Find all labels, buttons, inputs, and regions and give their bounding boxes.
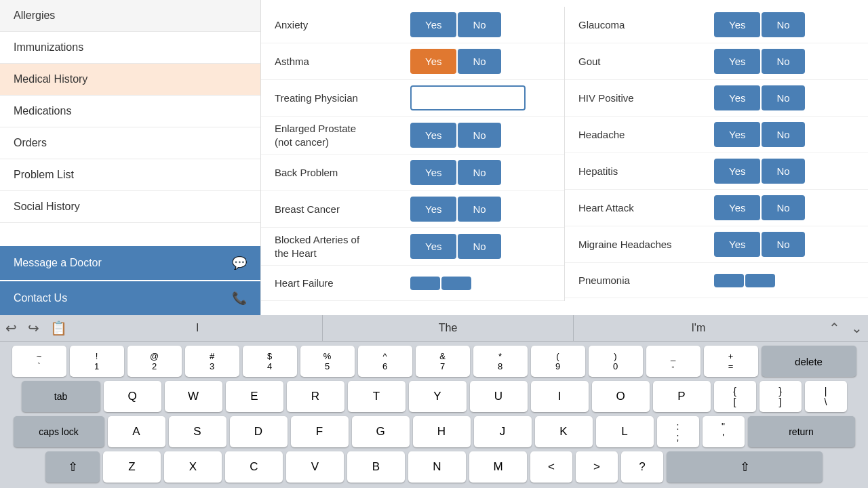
sidebar-item-social-history[interactable]: Social History <box>0 191 260 223</box>
blocked-arteries-no-button[interactable]: No <box>458 234 500 259</box>
message-doctor-button[interactable]: Message a Doctor 💬 <box>0 246 260 280</box>
key-c[interactable]: C <box>225 451 283 483</box>
headache-yes-button[interactable]: Yes <box>714 122 760 147</box>
key-question[interactable]: ? <box>621 451 663 483</box>
anxiety-yes-button[interactable]: Yes <box>410 12 456 37</box>
key-2[interactable]: @2 <box>127 346 182 377</box>
key-y[interactable]: Y <box>409 381 467 412</box>
hepatitis-yes-button[interactable]: Yes <box>714 159 760 184</box>
predictive-word-im[interactable]: I'm <box>574 315 823 341</box>
key-m[interactable]: M <box>469 451 527 483</box>
delete-key[interactable]: delete <box>762 346 856 377</box>
keyboard-up-button[interactable]: ⌃ <box>823 319 846 338</box>
key-quote[interactable]: "' <box>703 416 745 447</box>
enlarged-prostate-no-button[interactable]: No <box>458 123 500 148</box>
treating-physician-input[interactable] <box>410 85 526 110</box>
caps-lock-key[interactable]: caps lock <box>14 416 104 447</box>
back-problem-no-button[interactable]: No <box>458 160 500 185</box>
shift-left-key[interactable]: ⇧ <box>45 451 100 483</box>
undo-button[interactable]: ↩ <box>0 319 22 338</box>
key-semicolon[interactable]: :; <box>657 416 699 447</box>
key-f[interactable]: F <box>291 416 349 447</box>
sidebar-item-orders[interactable]: Orders <box>0 127 260 159</box>
sidebar-item-immunizations[interactable]: Immunizations <box>0 32 260 64</box>
back-problem-yes-button[interactable]: Yes <box>410 160 456 185</box>
key-t[interactable]: T <box>348 381 406 412</box>
redo-button[interactable]: ↪ <box>22 319 45 338</box>
gout-no-button[interactable]: No <box>762 49 804 74</box>
sidebar-item-allergies[interactable]: Allergies <box>0 0 260 32</box>
key-angle-r[interactable]: > <box>576 451 618 483</box>
key-r[interactable]: R <box>287 381 344 412</box>
breast-cancer-yes-button[interactable]: Yes <box>410 197 456 222</box>
pneumonia-no-button[interactable] <box>745 274 775 287</box>
key-h[interactable]: H <box>413 416 471 447</box>
hiv-no-button[interactable]: No <box>762 85 804 110</box>
glaucoma-yes-button[interactable]: Yes <box>714 12 760 37</box>
gout-yes-button[interactable]: Yes <box>714 49 760 74</box>
key-q[interactable]: Q <box>104 381 161 412</box>
key-equals[interactable]: += <box>704 346 758 377</box>
heart-attack-no-button[interactable]: No <box>762 195 804 220</box>
heart-attack-yes-button[interactable]: Yes <box>714 195 760 220</box>
contact-us-button[interactable]: Contact Us 📞 <box>0 281 260 315</box>
glaucoma-no-button[interactable]: No <box>762 12 804 37</box>
key-rbrace[interactable]: }] <box>760 381 802 412</box>
key-n[interactable]: N <box>408 451 466 483</box>
key-x[interactable]: X <box>164 451 222 483</box>
key-p[interactable]: P <box>653 381 711 412</box>
key-3[interactable]: #3 <box>185 346 239 377</box>
sidebar-item-medical-history[interactable]: Medical History <box>0 64 260 96</box>
key-k[interactable]: K <box>535 416 593 447</box>
key-g[interactable]: G <box>352 416 410 447</box>
key-7[interactable]: &7 <box>416 346 470 377</box>
key-minus[interactable]: _- <box>646 346 701 377</box>
key-l[interactable]: L <box>596 416 654 447</box>
key-u[interactable]: U <box>470 381 528 412</box>
clipboard-button[interactable]: 📋 <box>45 319 73 338</box>
return-key[interactable]: return <box>748 416 855 447</box>
headache-no-button[interactable]: No <box>762 122 804 147</box>
key-6[interactable]: ^6 <box>358 346 412 377</box>
key-z[interactable]: Z <box>103 451 161 483</box>
key-e[interactable]: E <box>226 381 283 412</box>
key-1[interactable]: !1 <box>70 346 124 377</box>
key-s[interactable]: S <box>169 416 226 447</box>
key-8[interactable]: *8 <box>473 346 528 377</box>
hepatitis-no-button[interactable]: No <box>762 159 804 184</box>
key-o[interactable]: O <box>592 381 650 412</box>
key-angle-l[interactable]: < <box>530 451 572 483</box>
key-9[interactable]: (9 <box>531 346 585 377</box>
key-b[interactable]: B <box>347 451 405 483</box>
migraine-no-button[interactable]: No <box>762 232 804 257</box>
shift-right-key[interactable]: ⇧ <box>667 451 823 483</box>
hiv-yes-button[interactable]: Yes <box>714 85 760 110</box>
predictive-word-the[interactable]: The <box>323 315 573 341</box>
sidebar-item-problem-list[interactable]: Problem List <box>0 159 260 191</box>
key-backslash[interactable]: |\ <box>805 381 847 412</box>
heart-failure-yes-button[interactable] <box>410 277 440 290</box>
key-0[interactable]: )0 <box>589 346 643 377</box>
enlarged-prostate-yes-button[interactable]: Yes <box>410 123 456 148</box>
key-v[interactable]: V <box>286 451 344 483</box>
pneumonia-yes-button[interactable] <box>714 274 744 287</box>
asthma-no-button[interactable]: No <box>458 49 500 74</box>
keyboard-down-button[interactable]: ⌄ <box>846 319 868 338</box>
heart-failure-no-button[interactable] <box>441 277 471 290</box>
tab-key[interactable]: tab <box>22 381 100 412</box>
sidebar-item-medications[interactable]: Medications <box>0 96 260 127</box>
key-a[interactable]: A <box>108 416 165 447</box>
asthma-yes-button[interactable]: Yes <box>410 49 456 74</box>
key-lbrace[interactable]: {[ <box>714 381 756 412</box>
anxiety-no-button[interactable]: No <box>458 12 500 37</box>
blocked-arteries-yes-button[interactable]: Yes <box>410 234 456 259</box>
key-5[interactable]: %5 <box>300 346 355 377</box>
key-4[interactable]: $4 <box>243 346 297 377</box>
key-i[interactable]: I <box>531 381 589 412</box>
predictive-word-i[interactable]: I <box>73 315 323 341</box>
key-d[interactable]: D <box>230 416 288 447</box>
key-w[interactable]: W <box>165 381 222 412</box>
key-j[interactable]: J <box>474 416 532 447</box>
breast-cancer-no-button[interactable]: No <box>458 197 500 222</box>
key-tilde[interactable]: ~` <box>12 346 66 377</box>
